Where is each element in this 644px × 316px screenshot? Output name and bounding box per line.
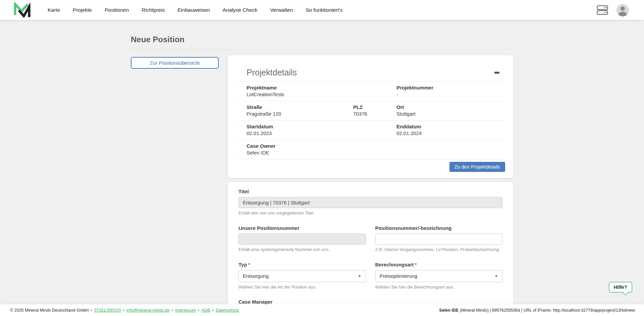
- table-row: Projektname LotCreationTests Projektnumm…: [236, 81, 505, 101]
- nav-item-richtpreis[interactable]: Richtpreis: [142, 7, 165, 13]
- right-column: Projektdetails Projektname LotCreationTe…: [228, 55, 513, 316]
- titel-helper-text: Erhält den von uns vorgegebenen Titel.: [238, 210, 502, 215]
- typ-select-value: Entsorgung: [243, 273, 269, 279]
- footer-user-name: Selen IDE: [439, 308, 459, 313]
- project-details-card: Projektdetails Projektname LotCreationTe…: [228, 55, 513, 178]
- titel-label: Titel: [238, 189, 249, 194]
- titel-field-group: Titel Erhält den von uns vorgegebenen Ti…: [238, 189, 502, 215]
- nav-item-verwalten[interactable]: Verwalten: [270, 7, 293, 13]
- back-to-positions-button[interactable]: Zur Positionsübersicht: [131, 57, 219, 69]
- main-navigation: Karte Projekte Positionen Richtpreis Ein…: [48, 7, 342, 13]
- field-startdatum: Startdatum 02.01.2023: [236, 124, 396, 136]
- required-asterisk: *: [248, 262, 250, 267]
- positionsnummer-field-group: Positionsnummer/-bezeichnung Z.B. Intern…: [375, 225, 503, 252]
- go-to-project-details-button[interactable]: Zu den Projektdetails: [449, 162, 505, 172]
- project-details-table: Projektname LotCreationTests Projektnumm…: [236, 81, 505, 160]
- table-row: Straße Pragstraße 120 PLZ 70376 Ort Stut…: [236, 101, 505, 120]
- new-position-form-card: Titel Erhält den von uns vorgegebenen Ti…: [228, 182, 513, 316]
- footer-link-agb[interactable]: AGB: [201, 308, 210, 313]
- positionsnummer-helper-text: Z.B. Interne-Vorgangsnummer, LV-Position…: [375, 247, 503, 252]
- main-content: Neue Position Zur Positionsübersicht Pro…: [131, 35, 513, 316]
- footer-link-email[interactable]: info@mineral-minds.de: [126, 308, 170, 313]
- nav-item-analyse-check[interactable]: Analyse Check: [223, 7, 257, 13]
- top-navbar: Karte Projekte Positionen Richtpreis Ein…: [0, 0, 644, 20]
- copyright-text: © 2025 Mineral Minds Deutschland GmbH: [10, 308, 89, 313]
- field-case-owner: Case Owner Selen IDE: [236, 143, 505, 156]
- mineral-minds-logo-icon[interactable]: [13, 2, 31, 18]
- nav-item-karte[interactable]: Karte: [48, 7, 60, 13]
- page-title: Neue Position: [131, 35, 513, 44]
- user-avatar-icon[interactable]: [616, 4, 629, 16]
- footer-link-datenschutz[interactable]: Datenschutz: [216, 308, 239, 313]
- table-row: Startdatum 02.01.2023 Enddatum 02.01.202…: [236, 120, 505, 140]
- footer-left: © 2025 Mineral Minds Deutschland GmbH • …: [10, 308, 239, 313]
- footer-link-phone[interactable]: 07151/250100: [94, 308, 121, 313]
- titel-input: [238, 197, 502, 208]
- typ-label: Typ*: [238, 262, 250, 267]
- footer-session-details: (Mineral Minds) | 69576255536d | URL of …: [459, 308, 635, 313]
- chevron-down-icon: ▼: [358, 274, 362, 278]
- project-card-title: Projektdetails: [247, 68, 297, 77]
- berechnungsart-field-group: Berechnungsart* Preisoptimierung ▼ Wähle…: [375, 262, 503, 290]
- positionsnummer-input[interactable]: [375, 234, 503, 245]
- case-manager-label: Case Manager: [238, 299, 273, 305]
- field-projektnummer: Projektnummer -: [396, 85, 505, 98]
- positionsnummer-label: Positionsnummer/-bezeichnung: [375, 225, 452, 231]
- help-button[interactable]: Hilfe?: [609, 282, 632, 293]
- berechnungsart-label: Berechnungsart*: [375, 262, 417, 267]
- title-divider: [131, 49, 513, 50]
- typ-field-group: Typ* Entsorgung ▼ Wählen Sie hier die Ar…: [238, 262, 366, 290]
- nav-item-so-funktionierts[interactable]: So funktioniert's: [306, 7, 342, 13]
- required-asterisk: *: [415, 262, 417, 267]
- unsere-positionsnummer-input: [238, 234, 366, 245]
- field-ort: Ort Stuttgart: [396, 104, 505, 117]
- typ-select[interactable]: Entsorgung ▼: [238, 270, 366, 282]
- berechnungsart-select[interactable]: Preisoptimierung ▼: [375, 270, 503, 282]
- collapse-minus-icon[interactable]: [493, 70, 500, 75]
- left-column: Zur Positionsübersicht: [131, 55, 219, 69]
- typ-helper-text: Wählen Sie hier die Art der Position aus…: [238, 285, 366, 290]
- table-row: Case Owner Selen IDE: [236, 140, 505, 160]
- field-enddatum: Enddatum 02.01.2024: [396, 124, 505, 136]
- field-projektname: Projektname LotCreationTests: [236, 85, 396, 98]
- navbar-right-icons: [596, 4, 629, 16]
- field-plz: PLZ 70376: [353, 104, 396, 117]
- chevron-down-icon: ▼: [494, 274, 498, 278]
- page-footer: © 2025 Mineral Minds Deutschland GmbH • …: [0, 304, 644, 316]
- nav-item-projekte[interactable]: Projekte: [73, 7, 92, 13]
- footer-link-impressum[interactable]: Impressum: [175, 308, 196, 313]
- footer-session-info: Selen IDE (Mineral Minds) | 69576255536d…: [439, 308, 635, 313]
- nav-item-positionen[interactable]: Positionen: [105, 7, 129, 13]
- nav-item-einbauweisen[interactable]: Einbauweisen: [177, 7, 210, 13]
- unsere-positionsnummer-label: Unsere Positionsnummer: [238, 225, 300, 231]
- field-strasse: Straße Pragstraße 120: [236, 104, 353, 117]
- unsere-positionsnummer-helper-text: Erhält eine systemgenerierte Nummer von …: [238, 247, 366, 252]
- berechnungsart-select-value: Preisoptimierung: [380, 273, 418, 279]
- unsere-positionsnummer-field-group: Unsere Positionsnummer Erhält eine syste…: [238, 225, 366, 252]
- berechnungsart-helper-text: Wählen Sie hier die Berechnungsart aus.: [375, 285, 503, 290]
- server-icon[interactable]: [596, 5, 608, 15]
